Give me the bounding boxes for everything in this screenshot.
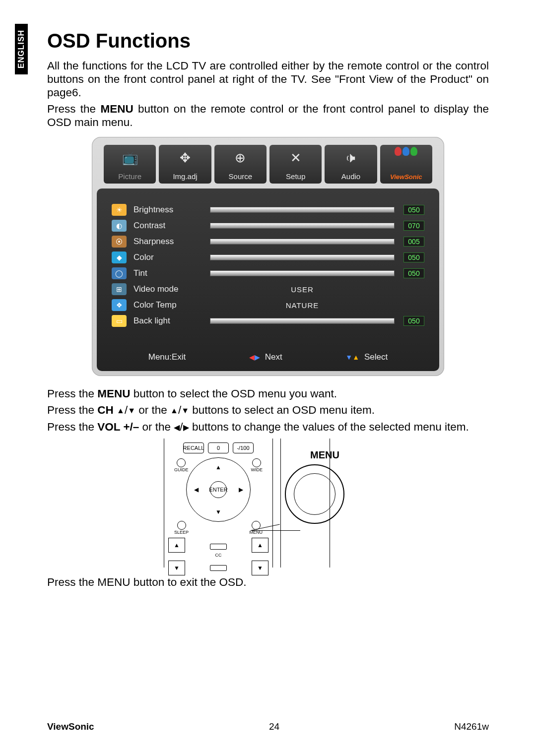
panel-menu-label: MENU	[310, 449, 339, 461]
osd-panel-body: ☀ Brightness 050 ◐ Contrast 070 ⦿ Sharpn…	[97, 189, 439, 371]
panel-menu-knob[interactable]	[285, 464, 344, 524]
tab-label: Source	[229, 172, 253, 181]
left-right-icon: ◀▶	[249, 352, 260, 362]
row-label: Color Temp	[134, 300, 203, 310]
row-sharpness[interactable]: ⦿ Sharpness 005	[112, 234, 424, 249]
cc-label: CC	[168, 553, 268, 558]
tab-img-adj[interactable]: ✥ Img.adj	[159, 145, 211, 184]
osd-nav-hints: Menu:Exit ◀▶ Next ▼▲ Select	[112, 352, 424, 362]
tint-icon: ◯	[112, 267, 127, 279]
left-triangle-icon: ◀	[174, 423, 180, 433]
language-tab: ENGLISH	[15, 24, 28, 74]
wide-label: WIDE	[251, 467, 263, 472]
instruction-4: Press the MENU button to exit the OSD.	[47, 575, 489, 589]
slider-bar[interactable]	[210, 239, 395, 245]
brightness-icon: ☀	[112, 204, 127, 216]
remote-vol-up-button[interactable]: ▲	[168, 538, 185, 553]
nav-select: Select	[364, 352, 388, 362]
tab-label: ViewSonic	[390, 173, 422, 181]
row-contrast[interactable]: ◐ Contrast 070	[112, 218, 424, 233]
osd-tabs: 📺 Picture ✥ Img.adj ⊕ Source ✕ Setup 🕩 A…	[97, 141, 439, 189]
tab-label: Picture	[118, 172, 141, 181]
slider-bar[interactable]	[210, 254, 395, 260]
tab-label: Audio	[341, 172, 360, 181]
slider-bar[interactable]	[210, 207, 395, 213]
row-value: USER	[210, 285, 395, 294]
dpad-down-button[interactable]: ▼	[213, 507, 223, 517]
colortemp-icon: ❖	[112, 299, 127, 311]
row-value: 070	[403, 221, 424, 231]
osd-menu: 📺 Picture ✥ Img.adj ⊕ Source ✕ Setup 🕩 A…	[92, 137, 444, 376]
tab-picture[interactable]: 📺 Picture	[104, 145, 156, 184]
tab-audio[interactable]: 🕩 Audio	[325, 145, 377, 184]
footer-page-number: 24	[269, 721, 279, 732]
up-triangle-icon: ▲	[117, 406, 125, 416]
right-triangle-icon: ▶	[183, 423, 189, 433]
up-triangle-icon: ▲	[170, 406, 178, 416]
row-color-temp[interactable]: ❖ Color Temp NATURE	[112, 298, 424, 313]
sharpness-icon: ⦿	[112, 236, 127, 248]
row-label: Tint	[134, 268, 203, 278]
row-label: Brightness	[134, 205, 203, 215]
page-content: OSD Functions All the functions for the …	[47, 30, 489, 589]
intro-paragraph-2: Press the MENU button on the remote cont…	[47, 102, 489, 129]
source-icon: ⊕	[229, 148, 251, 168]
tab-viewsonic[interactable]: ViewSonic	[380, 145, 432, 184]
remote-dash100-button[interactable]: -/100	[233, 442, 254, 453]
slider-bar[interactable]	[210, 270, 395, 276]
down-triangle-icon: ▼	[181, 406, 189, 416]
audio-icon: 🕩	[340, 148, 362, 168]
tab-setup[interactable]: ✕ Setup	[269, 145, 322, 184]
dpad-right-button[interactable]: ▶	[236, 485, 246, 495]
page-title: OSD Functions	[47, 30, 489, 52]
row-value: 050	[403, 316, 424, 326]
remote-cc-button[interactable]	[210, 544, 227, 550]
row-label: Color	[134, 252, 203, 262]
tab-label: Setup	[286, 172, 305, 181]
slider-bar[interactable]	[210, 223, 395, 229]
remote-ch-down-button[interactable]: ▼	[252, 561, 268, 575]
birds-icon	[395, 147, 417, 156]
tab-label: Img.adj	[173, 172, 197, 181]
remote-mid-button[interactable]	[210, 565, 227, 571]
remote-vol-down-button[interactable]: ▼	[168, 561, 185, 575]
picture-icon: 📺	[119, 148, 141, 168]
up-down-icon: ▼▲	[345, 352, 359, 362]
nav-next: Next	[265, 352, 282, 362]
row-label: Sharpness	[134, 237, 203, 247]
row-back-light[interactable]: ▭ Back light 050	[112, 314, 424, 328]
footer-model: N4261w	[454, 721, 489, 732]
videomode-icon: ⊞	[112, 283, 127, 295]
contrast-icon: ◐	[112, 220, 127, 232]
nav-exit: Menu:Exit	[148, 352, 186, 362]
row-value: NATURE	[210, 301, 395, 310]
remote-zero-button[interactable]: 0	[208, 442, 229, 453]
page-footer: ViewSonic 24 N4261w	[47, 721, 489, 732]
row-value: 050	[403, 252, 424, 262]
remote-diagram: RECALL 0 -/100 GUIDE WIDE ▲ ▼ ◀ ▶ ENTER …	[164, 439, 372, 567]
remote-recall-button[interactable]: RECALL	[183, 442, 204, 453]
row-tint[interactable]: ◯ Tint 050	[112, 266, 424, 281]
row-value: 050	[403, 205, 424, 215]
remote-guide-button[interactable]	[177, 458, 186, 467]
instruction-3: Press the VOL +/– or the ◀/▶ buttons to …	[47, 420, 489, 434]
row-brightness[interactable]: ☀ Brightness 050	[112, 202, 424, 217]
remote-sleep-button[interactable]	[177, 521, 186, 530]
color-icon: ◆	[112, 252, 127, 263]
dpad-up-button[interactable]: ▲	[213, 462, 223, 472]
remote-dpad: ▲ ▼ ◀ ▶ ENTER	[186, 457, 251, 522]
down-triangle-icon: ▼	[128, 406, 135, 416]
footer-brand: ViewSonic	[47, 721, 94, 732]
remote-ch-up-button[interactable]: ▲	[252, 538, 268, 553]
row-video-mode[interactable]: ⊞ Video mode USER	[112, 282, 424, 297]
intro-paragraph-1: All the functions for the LCD TV are con…	[47, 59, 489, 99]
sleep-label: SLEEP	[174, 530, 189, 535]
row-color[interactable]: ◆ Color 050	[112, 250, 424, 265]
instruction-1: Press the MENU button to select the OSD …	[47, 387, 489, 400]
tab-source[interactable]: ⊕ Source	[214, 145, 267, 184]
dpad-left-button[interactable]: ◀	[191, 485, 201, 495]
setup-icon: ✕	[285, 148, 307, 168]
slider-bar[interactable]	[210, 318, 395, 324]
remote-wide-button[interactable]	[252, 458, 261, 467]
imgadj-icon: ✥	[174, 148, 196, 168]
